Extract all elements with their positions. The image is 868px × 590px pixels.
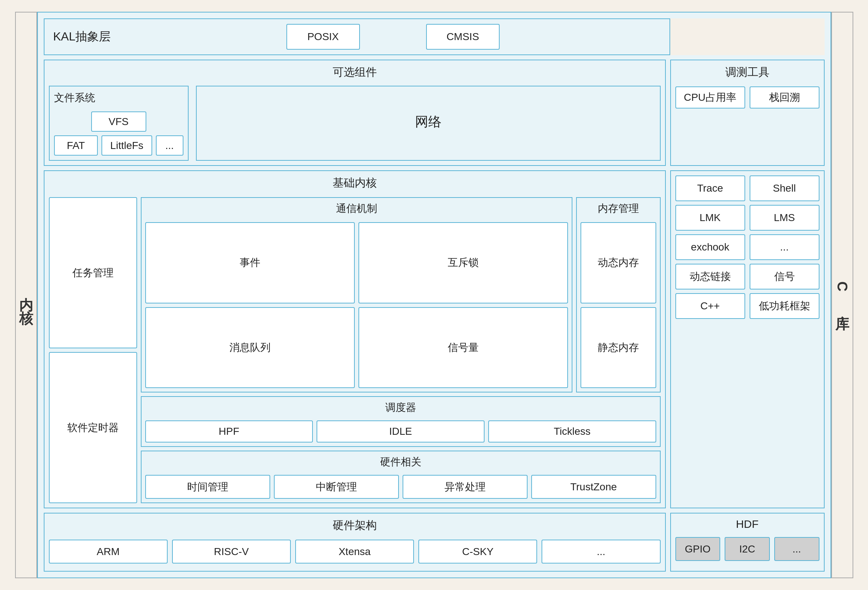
kal-title: KAL抽象层 [53, 29, 111, 45]
comm-memory-row: 通信机制 事件 消息队列 互斥锁 信号量 [141, 197, 661, 392]
timer-box: 软件定时器 [49, 352, 137, 503]
tickless-box: Tickless [488, 420, 656, 442]
fs-etc-box: ... [156, 135, 183, 155]
scheduler-section: 调度器 HPF IDLE Tickless [141, 396, 661, 447]
csky-box: C-SKY [418, 540, 537, 563]
lmk-lms-row: LMK LMS [675, 205, 819, 231]
kal-boxes: POSIX CMSIS [125, 24, 661, 50]
hw-arch-row: 硬件架构 ARM RISC-V Xtensa C-SKY ... HDF GPI… [44, 513, 825, 572]
comm-col2: 互斥锁 信号量 [359, 222, 568, 388]
xtensa-box: Xtensa [295, 540, 414, 563]
network-section: 网络 [196, 86, 661, 161]
event-box: 事件 [145, 222, 355, 303]
optional-section: 可选组件 文件系统 VFS FAT LittleFs ... 网 [44, 59, 666, 166]
fat-box: FAT [54, 135, 98, 155]
debug-title: 调测工具 [675, 65, 819, 80]
core-title: 基础内核 [49, 176, 661, 191]
exception-box: 异常处理 [403, 475, 528, 499]
trace-box: Trace [675, 176, 745, 201]
scheduler-title: 调度器 [145, 401, 656, 414]
signal-box: 信号 [750, 264, 819, 290]
comm-inner: 事件 消息队列 互斥锁 信号量 [145, 222, 568, 388]
core-middle: 通信机制 事件 消息队列 互斥锁 信号量 [141, 197, 661, 503]
memory-section: 内存管理 动态内存 静态内存 [576, 197, 661, 392]
comm-title: 通信机制 [145, 201, 568, 216]
vfs-box: VFS [91, 111, 146, 132]
core-content: 任务管理 软件定时器 通信机制 事件 [49, 197, 661, 503]
semaphore-box: 信号量 [359, 307, 568, 389]
memory-title: 内存管理 [580, 201, 656, 216]
hw-arch-inner: ARM RISC-V Xtensa C-SKY ... [49, 540, 661, 563]
cpp-box: C++ [675, 293, 745, 319]
lms-box: LMS [750, 205, 819, 231]
debug-row1: CPU占用率 栈回溯 [675, 86, 819, 108]
comm-section: 通信机制 事件 消息队列 互斥锁 信号量 [141, 197, 573, 392]
arm-box: ARM [49, 540, 168, 563]
left-label: 内 核 [15, 12, 37, 578]
exchook-etc-row: exchook ... [675, 234, 819, 260]
task-timer-col: 任务管理 软件定时器 [49, 197, 137, 503]
cpu-box: CPU占用率 [675, 86, 745, 108]
riscv-box: RISC-V [172, 540, 291, 563]
gpio-box: GPIO [675, 537, 720, 561]
core-section: 基础内核 任务管理 软件定时器 通信机制 [44, 170, 666, 508]
optional-row: 可选组件 文件系统 VFS FAT LittleFs ... 网 [44, 59, 825, 166]
debug-section: 调测工具 CPU占用率 栈回溯 [670, 59, 825, 166]
hdf-etc-box: ... [774, 537, 819, 561]
lmk-box: LMK [675, 205, 745, 231]
filesystem-section: 文件系统 VFS FAT LittleFs ... [49, 86, 189, 161]
kal-right-spacer [670, 18, 825, 55]
hw-arch-title: 硬件架构 [49, 518, 661, 533]
idle-box: IDLE [317, 420, 484, 442]
hpf-box: HPF [145, 420, 313, 442]
shell-box: Shell [750, 176, 819, 201]
right-label: C 库 [831, 12, 853, 578]
i2c-box: I2C [725, 537, 770, 561]
hwarch-etc-box: ... [542, 540, 660, 563]
hw-related-section: 硬件相关 时间管理 中断管理 异常处理 TrustZone [141, 451, 661, 503]
hdf-section: HDF GPIO I2C ... [670, 513, 825, 572]
hw-inner: 时间管理 中断管理 异常处理 TrustZone [145, 475, 656, 499]
network-label: 网络 [415, 113, 441, 131]
stack-box: 栈回溯 [750, 86, 819, 108]
mutex-box: 互斥锁 [359, 222, 568, 303]
hdf-inner: GPIO I2C ... [675, 537, 819, 561]
optional-title: 可选组件 [49, 65, 661, 80]
exchook-box: exchook [675, 234, 745, 260]
msgqueue-box: 消息队列 [145, 307, 355, 389]
dynamic-memory-box: 动态内存 [580, 222, 656, 303]
posix-box: POSIX [286, 24, 360, 50]
comm-col1: 事件 消息队列 [145, 222, 355, 388]
kal-row: KAL抽象层 POSIX CMSIS [44, 18, 825, 55]
interrupt-box: 中断管理 [274, 475, 399, 499]
kal-section: KAL抽象层 POSIX CMSIS [44, 18, 670, 55]
memory-outer: 内存管理 动态内存 静态内存 [576, 197, 661, 392]
trustzone-box: TrustZone [531, 475, 656, 499]
dynlink-box: 动态链接 [675, 264, 745, 290]
hw-arch-section: 硬件架构 ARM RISC-V Xtensa C-SKY ... [44, 513, 666, 572]
hw-related-title: 硬件相关 [145, 455, 656, 469]
scheduler-inner: HPF IDLE Tickless [145, 420, 656, 442]
task-box: 任务管理 [49, 197, 137, 348]
cmsis-box: CMSIS [426, 24, 500, 50]
core-debug-right: Trace Shell LMK LMS exchook ... 动态链接 信号 … [670, 170, 825, 508]
debug-etc-box: ... [750, 234, 819, 260]
lowpower-box: 低功耗框架 [750, 293, 819, 319]
filesystem-title: 文件系统 [54, 91, 183, 105]
time-mgmt-box: 时间管理 [145, 475, 270, 499]
core-row: 基础内核 任务管理 软件定时器 通信机制 [44, 170, 825, 508]
optional-inner: 文件系统 VFS FAT LittleFs ... 网络 [49, 86, 661, 161]
cpp-lowpower-row: C++ 低功耗框架 [675, 293, 819, 319]
trace-shell-row: Trace Shell [675, 176, 819, 201]
fs-bottom-row: FAT LittleFs ... [54, 135, 183, 155]
dynlink-signal-row: 动态链接 信号 [675, 264, 819, 290]
hdf-title: HDF [675, 518, 819, 531]
littlefs-box: LittleFs [102, 135, 152, 155]
static-memory-box: 静态内存 [580, 307, 656, 389]
